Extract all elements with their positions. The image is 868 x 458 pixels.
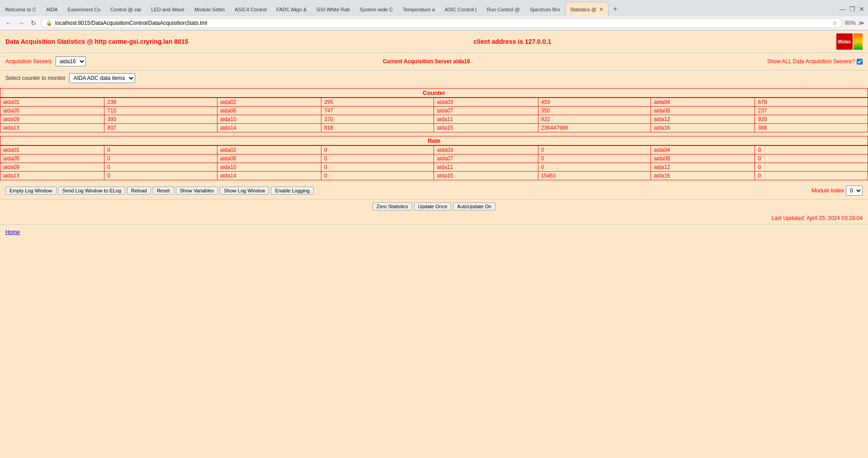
show-log-window-button[interactable]: Show Log Window — [220, 187, 269, 195]
cell-value: 0 — [755, 172, 868, 180]
cell-label: aida03 — [434, 98, 538, 107]
cell-label: aida02 — [217, 98, 321, 107]
empty-log-button[interactable]: Empty Log Window — [5, 187, 57, 195]
logo-area: Midas — [836, 33, 863, 50]
cell-label: aida13 — [0, 172, 104, 180]
module-index-dropdown[interactable]: 0 — [846, 186, 863, 196]
home-link-area: Home — [0, 225, 868, 239]
table-row: aida090aida100aida110aida120 — [0, 163, 868, 172]
tab-asic4[interactable]: ASIC4 Control — [230, 2, 271, 16]
tab-bar: Welcome to C AIDA Experiment Co Control … — [0, 0, 868, 16]
cell-value: 818 — [321, 124, 434, 132]
update-once-button[interactable]: Update Once — [414, 202, 452, 210]
cell-label: aida12 — [651, 163, 755, 172]
cell-value: 0 — [538, 146, 651, 154]
back-button[interactable]: ← — [4, 19, 14, 28]
tab-temperature[interactable]: Temperature a — [398, 2, 440, 16]
tab-system[interactable]: System wide C — [355, 2, 398, 16]
tab-welcome[interactable]: Welcome to C — [0, 2, 41, 16]
new-tab-button[interactable]: + — [609, 2, 622, 16]
cell-value: 237 — [755, 107, 868, 115]
cell-value: 0 — [538, 163, 651, 172]
tab-control[interactable]: Control @ car — [105, 2, 146, 16]
acq-servers-dropdown[interactable]: aida16 — [56, 56, 86, 66]
cell-value: 393 — [104, 115, 217, 124]
cell-value: 0 — [321, 163, 434, 172]
cell-value: 0 — [755, 154, 868, 163]
auto-update-button[interactable]: AutoUpdate On — [453, 202, 495, 210]
cell-label: aida14 — [217, 124, 321, 132]
table-row: aida050aida060aida070aida080 — [0, 154, 868, 163]
divider — [0, 224, 868, 224]
cell-value: 679 — [755, 98, 868, 107]
cell-value: 15461 — [538, 172, 651, 180]
forward-button[interactable]: → — [16, 19, 26, 28]
cell-label: aida01 — [0, 146, 104, 154]
cell-label: aida08 — [651, 107, 755, 115]
cell-value: 922 — [538, 115, 651, 124]
close-button[interactable]: ✕ — [859, 5, 864, 13]
table-row: aida01238aida02295aida03459aida04679 — [0, 98, 868, 107]
cell-label: aida04 — [651, 146, 755, 154]
center-actions: Zero Statistics Update Once AutoUpdate O… — [0, 200, 868, 213]
cell-label: aida16 — [651, 172, 755, 180]
send-log-button[interactable]: Send Log Window to ELog — [58, 187, 125, 195]
extensions-icon[interactable]: ≫ — [859, 20, 864, 26]
tab-run-control[interactable]: Run Control @ — [482, 2, 525, 16]
cell-value: 459 — [538, 98, 651, 107]
show-variables-button[interactable]: Show Variables — [176, 187, 218, 195]
midas-logo: Midas — [836, 33, 853, 50]
zero-statistics-button[interactable]: Zero Statistics — [373, 202, 412, 210]
server-section: Acquisition Servers aida16 Current Acqui… — [0, 53, 868, 70]
cell-label: aida10 — [217, 163, 321, 172]
tab-gsi[interactable]: GSI White Rab — [311, 2, 354, 16]
cell-value: 350 — [538, 107, 651, 115]
cell-label: aida06 — [217, 107, 321, 115]
counter-section: Select counter to monitor AIDA ADC data … — [0, 70, 868, 86]
counter-dropdown[interactable]: AIDA ADC data items — [69, 73, 135, 83]
restore-button[interactable]: ❐ — [849, 5, 855, 13]
security-icon: 🔒 — [46, 20, 52, 26]
reload-button[interactable]: Reload — [127, 187, 151, 195]
address-bar: 🔒 ☆ — [41, 18, 842, 28]
cell-label: aida03 — [434, 146, 538, 154]
cell-value: 370 — [321, 115, 434, 124]
cell-label: aida04 — [651, 98, 755, 107]
reload-nav-button[interactable]: ↻ — [29, 19, 38, 28]
cell-value: 236447986 — [538, 124, 651, 132]
tab-led[interactable]: LED and Wave — [146, 2, 189, 16]
cell-label: aida01 — [0, 98, 104, 107]
cell-value: 0 — [104, 172, 217, 180]
tab-asic-control[interactable]: ASIC Control ( — [440, 2, 482, 16]
cell-label: aida13 — [0, 124, 104, 132]
bookmark-icon[interactable]: ☆ — [832, 20, 837, 26]
home-link[interactable]: Home — [5, 229, 20, 235]
show-all-servers: Show ALL Data Acquisition Servers? — [767, 58, 863, 65]
show-all-checkbox[interactable] — [857, 59, 863, 65]
tab-spectrum[interactable]: Spectrum Bro — [525, 2, 565, 16]
rate-section-table: Rate aida010aida020aida030aida040aida050… — [0, 134, 868, 182]
logo-right — [854, 33, 863, 50]
cell-value: 0 — [538, 154, 651, 163]
reset-button[interactable]: Reset — [153, 187, 174, 195]
tab-experiment[interactable]: Experiment Co — [63, 2, 106, 16]
tab-fadc[interactable]: FADC Align & — [272, 2, 312, 16]
enable-logging-button[interactable]: Enable Logging — [271, 187, 313, 195]
tab-module[interactable]: Module Settin — [189, 2, 230, 16]
tab-aida[interactable]: AIDA — [41, 2, 63, 16]
nav-bar: ← → ↻ 🔒 ☆ 80% ≫ — [0, 16, 868, 30]
cell-value: 807 — [104, 124, 217, 132]
minimize-button[interactable]: — — [840, 5, 846, 13]
cell-label: aida14 — [217, 172, 321, 180]
table-row: aida010aida020aida030aida040 — [0, 146, 868, 154]
cell-label: aida06 — [217, 154, 321, 163]
rate-table: aida010aida020aida030aida040aida050aida0… — [0, 145, 868, 180]
timestamp: Last Updated: April 25, 2024 03:28:04 — [0, 213, 868, 223]
tab-close-icon[interactable]: ✕ — [599, 6, 604, 13]
action-bar: Empty Log Window Send Log Window to ELog… — [0, 182, 868, 200]
client-address: client address is 127.0.0.1 — [473, 38, 551, 45]
tab-statistics[interactable]: Statistics @ ✕ — [565, 2, 609, 16]
url-input[interactable] — [55, 20, 830, 26]
nav-right: 80% ≫ — [845, 20, 864, 26]
cell-label: aida09 — [0, 115, 104, 124]
